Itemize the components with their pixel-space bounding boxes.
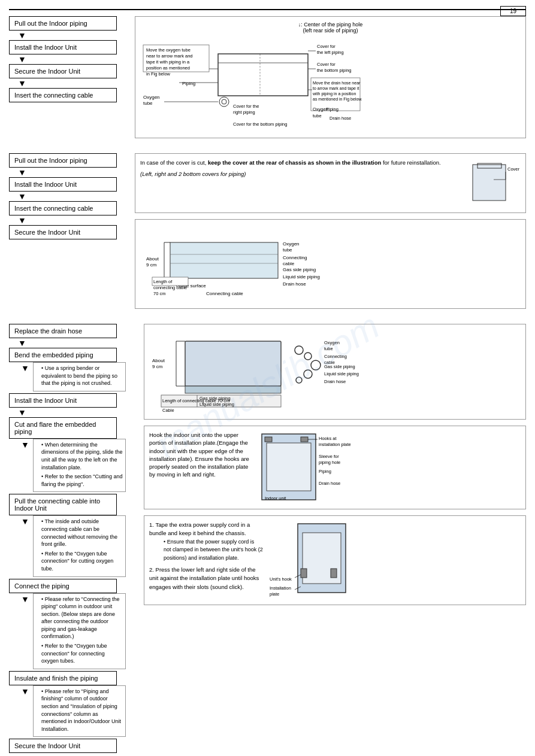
secure-diagram-area: Unit's hook Installation plate bbox=[268, 521, 358, 600]
svg-text:cable: cable bbox=[283, 261, 295, 266]
secure-text: 1. Tape the extra power supply cord in a… bbox=[149, 521, 263, 600]
section2-steps: Pull out the Indoor piping Install the I… bbox=[9, 153, 126, 315]
svg-text:Connecting cable: Connecting cable bbox=[206, 291, 243, 296]
svg-text:Liquid side piping: Liquid side piping bbox=[200, 402, 234, 407]
section1-steps: Pull out the Indoor piping Install the I… bbox=[9, 16, 126, 144]
page-container: manualslib.com 19 Pull out the Indoor pi… bbox=[0, 0, 535, 756]
svg-text:with piping in a position: with piping in a position bbox=[312, 92, 356, 96]
secure-step-2-text: Press the lower left and right side of t… bbox=[149, 566, 259, 590]
section2-diagrams: In case of the cover is cut, keep the co… bbox=[135, 153, 526, 315]
cut-sub-section: When determining the dimensions of the p… bbox=[12, 439, 135, 493]
secure-steps-list: 1. Tape the extra power supply cord in a… bbox=[149, 521, 263, 591]
svg-text:position as mentioned: position as mentioned bbox=[146, 65, 190, 71]
connect-sub-section: Please refer to "Connecting the piping" … bbox=[12, 593, 135, 669]
piping-diagram-svg: Move the oxygen tube near to arrow mark … bbox=[140, 36, 362, 132]
hook-diagram-box: Hook the indoor unit onto the upper port… bbox=[144, 426, 526, 509]
cover-diagram-svg: Cover for piping bbox=[461, 159, 521, 207]
svg-text:9 cm: 9 cm bbox=[146, 262, 157, 268]
svg-point-12 bbox=[219, 97, 229, 107]
arrow-8 bbox=[18, 408, 28, 417]
arrow-connect bbox=[21, 594, 31, 604]
hook-diagram-area: Hooks at installation plate Sleeve for p… bbox=[256, 431, 352, 504]
svg-text:plate: plate bbox=[270, 591, 279, 597]
svg-text:tape it with piping in a: tape it with piping in a bbox=[146, 59, 190, 65]
page-number: 19 bbox=[500, 6, 526, 16]
step-insert-connecting-cable-1: Insert the connecting cable bbox=[9, 88, 117, 102]
svg-rect-104 bbox=[331, 569, 337, 578]
svg-rect-0 bbox=[218, 54, 308, 96]
arrow-3 bbox=[18, 78, 28, 88]
step-secure-indoor-unit-3: Secure the Indoor Unit bbox=[9, 739, 117, 753]
svg-text:piping hole: piping hole bbox=[319, 460, 340, 465]
secure-bullet-1: Ensure that the power supply cord is not… bbox=[164, 538, 263, 563]
svg-text:Gas side piping: Gas side piping bbox=[324, 364, 355, 369]
arrow-2 bbox=[18, 54, 28, 64]
arrow-5 bbox=[18, 192, 28, 201]
svg-point-75 bbox=[296, 377, 302, 383]
svg-text:Move the oxygen tube: Move the oxygen tube bbox=[146, 47, 191, 53]
svg-text:Liquid side piping: Liquid side piping bbox=[324, 371, 359, 377]
step-bend-embedded-piping: Bend the embedded piping bbox=[9, 348, 117, 362]
svg-text:Unit's hook: Unit's hook bbox=[270, 576, 292, 582]
svg-rect-90 bbox=[267, 443, 311, 491]
cable-connections-svg: About 9 cm Guide surface Connecting cabl… bbox=[149, 329, 365, 413]
svg-text:Installation: Installation bbox=[270, 585, 291, 591]
cover-note-paragraph: In case of the cover is cut, keep the co… bbox=[140, 159, 456, 166]
cover-note-sub: (Left, right and 2 bottom covers for pip… bbox=[140, 170, 456, 178]
step-insert-connecting-cable-2: Insert the connecting cable bbox=[9, 201, 117, 215]
svg-text:tube: tube bbox=[143, 101, 153, 106]
cut-bullets: When determining the dimensions of the p… bbox=[33, 439, 126, 493]
section2: Pull out the Indoor piping Install the I… bbox=[9, 153, 526, 315]
step-replace-drain-hose: Replace the drain hose bbox=[9, 324, 117, 338]
cable-connections-box: About 9 cm Guide surface Connecting cabl… bbox=[144, 324, 526, 420]
svg-text:About: About bbox=[146, 256, 159, 262]
svg-text:Oxygen: Oxygen bbox=[143, 95, 160, 100]
svg-text:tube: tube bbox=[324, 346, 333, 351]
cut-bullet-1: When determining the dimensions of the p… bbox=[41, 441, 123, 471]
secure-content: 1. Tape the extra power supply cord in a… bbox=[149, 521, 521, 600]
section3-diagrams: About 9 cm Guide surface Connecting cabl… bbox=[144, 324, 526, 611]
secure-step-2: 2. Press the lower left and right side o… bbox=[149, 566, 263, 591]
svg-text:Drain hose: Drain hose bbox=[330, 116, 351, 121]
step-cut-flare-embedded: Cut and flare the embedded piping bbox=[9, 417, 117, 439]
arrow-7 bbox=[18, 338, 28, 348]
cover-diagram-area: Cover for piping bbox=[461, 159, 521, 208]
svg-text:Cover for piping: Cover for piping bbox=[507, 166, 521, 172]
svg-text:Gas side piping: Gas side piping bbox=[200, 396, 231, 401]
svg-point-73 bbox=[311, 360, 321, 370]
section3-steps: Replace the drain hose Bend the embedded… bbox=[9, 324, 135, 753]
svg-text:in Fig below: in Fig below bbox=[146, 71, 171, 77]
svg-text:About: About bbox=[152, 358, 165, 363]
insulate-bullets: Please refer to "Piping and finishing" c… bbox=[33, 685, 126, 737]
section3: Replace the drain hose Bend the embedded… bbox=[9, 324, 526, 753]
svg-text:Piping: Piping bbox=[326, 107, 338, 112]
svg-text:9 cm: 9 cm bbox=[152, 364, 163, 369]
step-insulate-finish: Insulate and finish the piping bbox=[9, 671, 117, 685]
piping-diagram-box: ↓: Center of the piping hole (left rear … bbox=[135, 16, 526, 138]
secure-step-2-num: 2. bbox=[149, 566, 154, 573]
secure-diagram-box: 1. Tape the extra power supply cord in a… bbox=[144, 515, 526, 605]
svg-rect-41 bbox=[170, 242, 278, 278]
connect-bullets: Please refer to "Connecting the piping" … bbox=[33, 593, 126, 669]
svg-text:Cover for: Cover for bbox=[317, 44, 335, 49]
pull-sub-section: The inside and outside connecting cable … bbox=[12, 515, 135, 576]
arrow-bend bbox=[21, 363, 31, 373]
cover-note-box: In case of the cover is cut, keep the co… bbox=[135, 153, 526, 213]
svg-text:connecting cable: connecting cable bbox=[153, 285, 187, 290]
step-connect-piping: Connect the piping bbox=[9, 579, 117, 593]
svg-text:Move the drain hose near: Move the drain hose near bbox=[313, 81, 361, 85]
svg-text:Oxygen: Oxygen bbox=[324, 340, 340, 345]
arrow-6 bbox=[18, 215, 28, 225]
svg-rect-103 bbox=[301, 569, 307, 578]
pull-bullets: The inside and outside connecting cable … bbox=[33, 515, 126, 576]
svg-text:tube: tube bbox=[283, 247, 292, 253]
svg-text:Liquid side piping: Liquid side piping bbox=[283, 274, 320, 280]
piping-center-label: ↓: Center of the piping hole (left rear … bbox=[140, 22, 521, 34]
step-secure-indoor-unit-2: Secure the Indoor Unit bbox=[9, 225, 117, 239]
bend-bullet-1: Use a spring bender or equivalent to ben… bbox=[41, 365, 123, 387]
svg-text:Oxygen: Oxygen bbox=[283, 241, 300, 247]
svg-point-13 bbox=[222, 99, 226, 104]
svg-text:Cover for: Cover for bbox=[317, 62, 335, 67]
svg-text:to arrow mark and tape it: to arrow mark and tape it bbox=[313, 86, 359, 91]
svg-text:Hooks at: Hooks at bbox=[319, 436, 337, 441]
